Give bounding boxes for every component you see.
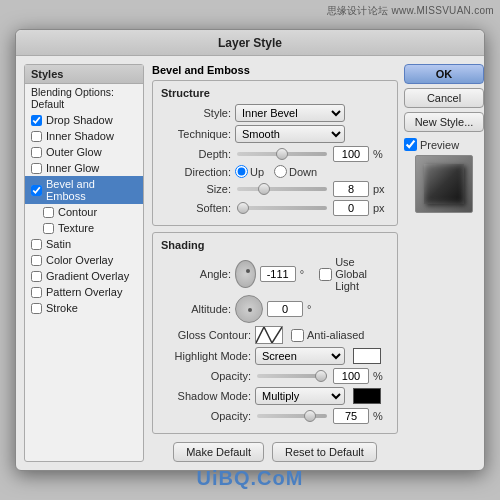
global-light-label[interactable]: Use Global Light [319, 256, 389, 292]
technique-label: Technique: [161, 128, 231, 140]
anti-aliased-text: Anti-aliased [307, 329, 364, 341]
style-texture[interactable]: Texture [25, 220, 143, 236]
technique-select[interactable]: Smooth Chisel Hard [235, 125, 345, 143]
style-bevel-emboss[interactable]: Bevel and Emboss [25, 176, 143, 204]
highlight-row: Highlight Mode: Screen Normal Multiply [161, 347, 389, 365]
highlight-label: Highlight Mode: [161, 350, 251, 362]
color-overlay-checkbox[interactable] [31, 255, 42, 266]
dialog-title: Layer Style [16, 30, 484, 56]
highlight-select[interactable]: Screen Normal Multiply [255, 347, 345, 365]
angle-label: Angle: [161, 268, 231, 280]
soften-unit: px [373, 202, 389, 214]
depth-input[interactable] [333, 146, 369, 162]
gloss-label: Gloss Contour: [161, 329, 251, 341]
cancel-button[interactable]: Cancel [404, 88, 484, 108]
depth-label: Depth: [161, 148, 231, 160]
inner-glow-checkbox[interactable] [31, 163, 42, 174]
style-pattern-overlay[interactable]: Pattern Overlay [25, 284, 143, 300]
make-default-button[interactable]: Make Default [173, 442, 264, 462]
altitude-row: Altitude: ° [161, 295, 389, 323]
outer-glow-checkbox[interactable] [31, 147, 42, 158]
preview-checkbox[interactable] [404, 138, 417, 151]
direction-down-label[interactable]: Down [274, 165, 317, 178]
soften-slider[interactable] [237, 206, 327, 210]
style-select[interactable]: Inner Bevel Outer Bevel Emboss [235, 104, 345, 122]
gloss-contour[interactable] [255, 326, 283, 344]
inner-shadow-checkbox[interactable] [31, 131, 42, 142]
structure-section: Structure Style: Inner Bevel Outer Bevel… [152, 80, 398, 226]
style-drop-shadow[interactable]: Drop Shadow [25, 112, 143, 128]
angle-row: Angle: ° Use Global Light [161, 256, 389, 292]
highlight-opacity-slider[interactable] [257, 374, 327, 378]
texture-checkbox[interactable] [43, 223, 54, 234]
shadow-opacity-row: Opacity: % [161, 408, 389, 424]
technique-row: Technique: Smooth Chisel Hard [161, 125, 389, 143]
altitude-unit: ° [307, 303, 323, 315]
preview-label[interactable]: Preview [404, 138, 484, 151]
style-inner-glow[interactable]: Inner Glow [25, 160, 143, 176]
shading-section: Shading Angle: ° Use Global Light [152, 232, 398, 434]
highlight-opacity-unit: % [373, 370, 389, 382]
drop-shadow-checkbox[interactable] [31, 115, 42, 126]
shadow-select[interactable]: Multiply Normal Screen [255, 387, 345, 405]
layer-style-dialog: Layer Style Styles Blending Options: Def… [15, 29, 485, 471]
style-satin[interactable]: Satin [25, 236, 143, 252]
shadow-opacity-slider[interactable] [257, 414, 327, 418]
size-slider[interactable] [237, 187, 327, 191]
direction-row: Direction: Up Down [161, 165, 389, 178]
depth-row: Depth: % [161, 146, 389, 162]
watermark-bottom: UiBQ.CoM [197, 467, 304, 490]
satin-checkbox[interactable] [31, 239, 42, 250]
ok-button[interactable]: OK [404, 64, 484, 84]
style-stroke[interactable]: Stroke [25, 300, 143, 316]
altitude-input[interactable] [267, 301, 303, 317]
reset-to-default-button[interactable]: Reset to Default [272, 442, 377, 462]
direction-up-label[interactable]: Up [235, 165, 264, 178]
shading-title: Shading [161, 239, 389, 251]
contour-checkbox[interactable] [43, 207, 54, 218]
shadow-opacity-label: Opacity: [161, 410, 251, 422]
main-content: Bevel and Emboss Structure Style: Inner … [152, 64, 398, 462]
size-label: Size: [161, 183, 231, 195]
style-outer-glow[interactable]: Outer Glow [25, 144, 143, 160]
soften-label: Soften: [161, 202, 231, 214]
preview-inner [424, 164, 464, 204]
pattern-overlay-checkbox[interactable] [31, 287, 42, 298]
styles-header: Styles [25, 65, 143, 84]
shadow-opacity-unit: % [373, 410, 389, 422]
style-gradient-overlay[interactable]: Gradient Overlay [25, 268, 143, 284]
style-label: Style: [161, 107, 231, 119]
global-light-checkbox[interactable] [319, 268, 332, 281]
style-inner-shadow[interactable]: Inner Shadow [25, 128, 143, 144]
angle-input[interactable] [260, 266, 296, 282]
shadow-color-swatch[interactable] [353, 388, 381, 404]
style-color-overlay[interactable]: Color Overlay [25, 252, 143, 268]
bevel-emboss-checkbox[interactable] [31, 185, 42, 196]
highlight-color-swatch[interactable] [353, 348, 381, 364]
style-blending[interactable]: Blending Options: Default [25, 84, 143, 112]
size-input[interactable] [333, 181, 369, 197]
soften-input[interactable] [333, 200, 369, 216]
action-buttons: OK Cancel New Style... Preview [404, 64, 484, 462]
shadow-opacity-input[interactable] [333, 408, 369, 424]
depth-unit: % [373, 148, 389, 160]
new-style-button[interactable]: New Style... [404, 112, 484, 132]
size-unit: px [373, 183, 389, 195]
preview-box [415, 155, 473, 213]
blending-label: Blending Options: Default [31, 86, 137, 110]
anti-aliased-label[interactable]: Anti-aliased [291, 329, 364, 342]
gradient-overlay-checkbox[interactable] [31, 271, 42, 282]
direction-up-radio[interactable] [235, 165, 248, 178]
angle-dot [246, 269, 250, 273]
style-contour[interactable]: Contour [25, 204, 143, 220]
altitude-circle[interactable] [235, 295, 263, 323]
depth-slider[interactable] [237, 152, 327, 156]
angle-circle[interactable] [235, 260, 256, 288]
stroke-checkbox[interactable] [31, 303, 42, 314]
bottom-buttons: Make Default Reset to Default [152, 440, 398, 462]
direction-down-radio[interactable] [274, 165, 287, 178]
gloss-contour-svg [256, 327, 282, 343]
gloss-row: Gloss Contour: Anti-aliased [161, 326, 389, 344]
anti-aliased-checkbox[interactable] [291, 329, 304, 342]
highlight-opacity-input[interactable] [333, 368, 369, 384]
